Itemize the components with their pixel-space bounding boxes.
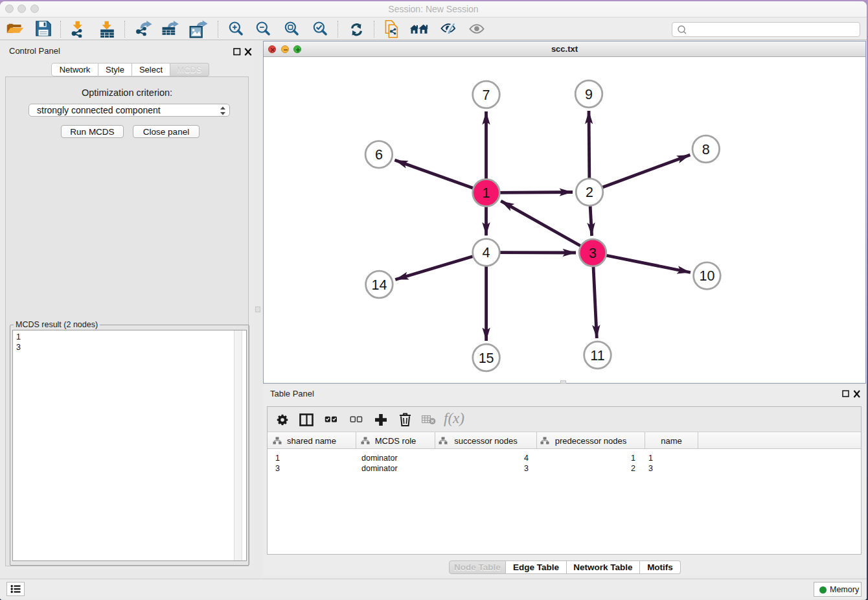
svg-text:15: 15 bbox=[479, 351, 494, 366]
svg-text:11: 11 bbox=[590, 348, 604, 363]
svg-text:2: 2 bbox=[586, 185, 593, 200]
svg-text:8: 8 bbox=[702, 142, 710, 157]
svg-text:4: 4 bbox=[483, 245, 490, 260]
svg-text:7: 7 bbox=[483, 87, 490, 103]
svg-text:9: 9 bbox=[585, 87, 593, 102]
svg-text:1: 1 bbox=[483, 185, 490, 201]
svg-text:3: 3 bbox=[589, 246, 597, 261]
svg-text:6: 6 bbox=[375, 147, 383, 163]
svg-text:14: 14 bbox=[371, 277, 387, 293]
svg-text:10: 10 bbox=[699, 268, 714, 284]
